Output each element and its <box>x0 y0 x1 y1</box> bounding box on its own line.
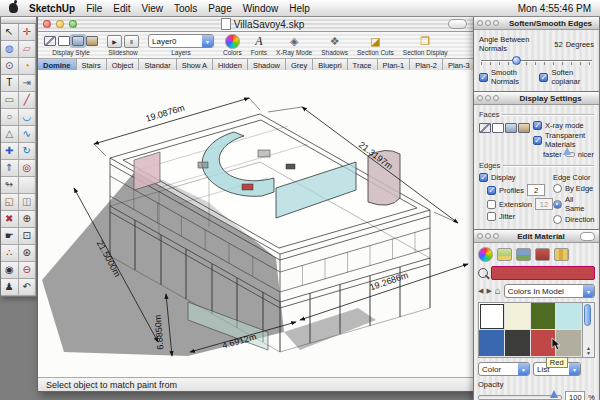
material-swatch-ivory[interactable] <box>505 303 531 330</box>
tool-zoom-out[interactable]: ⊖ <box>19 262 37 279</box>
tool-arc[interactable]: ◡ <box>19 109 37 126</box>
hidden-line-style-icon[interactable] <box>58 36 70 46</box>
scrollbar-thumb[interactable] <box>584 304 591 326</box>
opacity-value-field[interactable]: 100 <box>565 391 585 400</box>
collection-dropdown[interactable]: Colors In Model ▾ <box>504 284 595 298</box>
xray-mode-icon[interactable]: ◈ <box>290 36 298 47</box>
toolbar-toggle-pill[interactable] <box>448 19 467 29</box>
fonts-icon[interactable]: A <box>255 34 262 49</box>
tool-tape-measure[interactable]: ⇥ <box>19 75 37 92</box>
tool-move[interactable]: ✚ <box>1 143 19 160</box>
panel-collapse-pill[interactable] <box>580 232 595 241</box>
panel-zoom-icon[interactable] <box>493 20 499 26</box>
panel-zoom-icon[interactable] <box>493 95 499 101</box>
all-same-radio[interactable] <box>553 200 562 209</box>
panel-zoom-icon[interactable] <box>493 233 499 239</box>
model-viewport[interactable]: 19.0876m 21.3197m 21.5000m 6.8850m 4.691… <box>38 70 473 378</box>
tool-offset[interactable]: ◎ <box>19 160 37 177</box>
color-sliders-icon[interactable] <box>497 248 512 261</box>
tool-push-pull[interactable]: ⇑ <box>1 160 19 177</box>
menu-help[interactable]: Help <box>289 3 310 14</box>
menu-tools[interactable]: Tools <box>174 3 197 14</box>
material-swatch-white[interactable] <box>479 303 505 330</box>
tool-sample-paint[interactable]: ⊙ <box>1 58 19 75</box>
panel-minimize-icon[interactable] <box>485 20 491 26</box>
tool-text[interactable]: T <box>1 75 19 92</box>
panel-minimize-icon[interactable] <box>485 95 491 101</box>
tool-eraser[interactable]: ▱ <box>19 41 37 58</box>
tool-follow-me[interactable]: ↬ <box>1 177 19 194</box>
color-wheel-icon[interactable] <box>225 34 240 49</box>
tool-paint-bucket[interactable]: ◍ <box>1 41 19 58</box>
tool-zoom-extents[interactable]: ⊛ <box>19 245 37 262</box>
profiles-checkbox[interactable]: ✓ <box>487 186 496 195</box>
layers-dropdown[interactable]: Layer0 ▾ <box>148 34 214 48</box>
tool-zoom-region[interactable]: ⊡ <box>19 228 37 245</box>
opacity-thumb[interactable] <box>550 390 558 398</box>
menu-edit[interactable]: Edit <box>113 3 130 14</box>
forward-icon[interactable]: ▶ <box>486 287 491 295</box>
tool-palette-titlebar[interactable] <box>1 17 36 24</box>
angle-slider-thumb[interactable] <box>512 56 521 65</box>
shadows-icon[interactable]: ❖ <box>330 36 340 47</box>
scrollbar-arrows[interactable]: ▲▼ <box>583 346 594 356</box>
direction-radio[interactable] <box>553 215 562 224</box>
crayons-icon[interactable] <box>554 248 569 261</box>
transparent-materials-checkbox[interactable]: ✓ <box>533 136 542 145</box>
material-swatch-dark-green[interactable] <box>531 303 557 330</box>
material-swatch-blue[interactable] <box>479 330 505 357</box>
panel-close-icon[interactable] <box>477 95 483 101</box>
apple-menu-icon[interactable] <box>9 3 18 13</box>
panel-close-icon[interactable] <box>477 233 483 239</box>
extension-value-field[interactable]: 12 <box>535 198 553 210</box>
menu-sketchup[interactable]: SketchUp <box>29 3 75 14</box>
wireframe-style-icon[interactable] <box>44 36 56 46</box>
tool-section-plane[interactable]: ◫ <box>19 194 37 211</box>
face-wireframe-icon[interactable] <box>479 123 491 133</box>
tool-walk[interactable]: ∴ <box>1 245 19 262</box>
play-icon[interactable]: ▶ <box>107 35 122 48</box>
tool-zoom[interactable]: ⊕ <box>19 211 37 228</box>
quality-slider[interactable] <box>565 152 575 157</box>
edges-display-checkbox[interactable]: ✓ <box>479 173 488 182</box>
brick-material-icon[interactable] <box>535 248 550 261</box>
shaded-style-icon[interactable] <box>72 36 84 46</box>
xray-mode-checkbox[interactable]: ✓ <box>533 121 542 130</box>
tool-orbit[interactable]: ✖ <box>1 211 19 228</box>
minimize-window-button[interactable] <box>56 20 64 28</box>
tool-scale[interactable]: ◱ <box>1 194 19 211</box>
face-shaded-icon[interactable] <box>505 123 517 133</box>
zoom-window-button[interactable] <box>69 20 77 28</box>
smooth-normals-checkbox[interactable]: ✓ <box>479 73 488 82</box>
tool-rectangle[interactable]: ▭ <box>1 92 19 109</box>
tool-freehand[interactable]: ∿ <box>19 126 37 143</box>
edit-material-titlebar[interactable]: Edit Material <box>474 230 599 243</box>
section-display-icon[interactable]: ❐ <box>420 36 430 47</box>
tool-line[interactable]: ╱ <box>19 92 37 109</box>
tool-axes[interactable]: ✛ <box>19 24 37 41</box>
color-mode-dropdown[interactable]: Color▾ <box>478 362 530 376</box>
material-swatch-pale-cyan[interactable] <box>556 303 582 330</box>
tool-protractor[interactable]: ◔ <box>19 58 37 75</box>
window-titlebar[interactable]: VillaSavoy4.skp <box>38 17 473 32</box>
swatch-scrollbar[interactable]: ▲▼ <box>583 302 595 358</box>
menu-page[interactable]: Page <box>208 3 231 14</box>
tool-polygon[interactable]: △ <box>1 126 19 143</box>
image-palette-icon[interactable] <box>516 248 531 261</box>
panel-close-icon[interactable] <box>477 20 483 26</box>
by-edge-radio[interactable] <box>553 184 562 193</box>
menu-window[interactable]: Window <box>243 3 279 14</box>
panel-minimize-icon[interactable] <box>485 233 491 239</box>
close-window-button[interactable] <box>43 20 51 28</box>
back-icon[interactable]: ◀ <box>478 287 483 295</box>
soften-coplanar-checkbox[interactable]: ✓ <box>539 73 548 82</box>
display-settings-titlebar[interactable]: Display Settings <box>474 92 599 105</box>
menu-view[interactable]: View <box>141 3 163 14</box>
home-icon[interactable]: ⌂ <box>495 286 501 296</box>
section-cuts-icon[interactable]: ◪ <box>370 36 380 47</box>
tool-select[interactable]: ↖ <box>1 24 19 41</box>
tool-rotate[interactable]: ↻ <box>19 143 37 160</box>
material-swatch-dark-gray[interactable] <box>505 330 531 357</box>
tool-previous-view[interactable]: ↶ <box>19 279 37 296</box>
jitter-checkbox[interactable] <box>487 212 496 221</box>
